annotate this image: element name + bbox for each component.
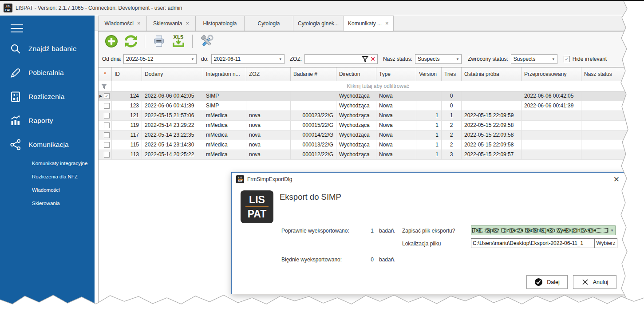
column-header-integration-n[interactable]: Integration n...	[203, 67, 246, 81]
tab-cytologia[interactable]: Cytologia	[245, 16, 293, 31]
tab-skierowania[interactable]: Skierowania×	[147, 16, 196, 31]
column-header-dodany[interactable]: Dodany	[142, 67, 203, 81]
row-selector-cell[interactable]	[99, 121, 112, 130]
row-checkbox[interactable]	[104, 103, 110, 109]
table-cell: nova	[246, 121, 291, 130]
tab-histopatologia[interactable]: Histopatologia	[196, 16, 245, 31]
tab-close-icon[interactable]: ×	[186, 20, 189, 26]
tools-icon[interactable]	[199, 34, 214, 49]
row-checkbox[interactable]	[104, 132, 110, 138]
zwrocony-status-combo[interactable]: Suspects ▾	[511, 54, 557, 64]
chevron-down-icon[interactable]: ▾	[189, 57, 196, 61]
column-header-direction[interactable]: Direction	[336, 67, 376, 81]
share-icon	[10, 139, 21, 150]
table-row[interactable]: 1192022-05-14 23:29:22mMedicanova000015/…	[99, 121, 644, 130]
row-selector-cell[interactable]	[99, 101, 112, 111]
column-header-badanie[interactable]: Badanie #	[291, 67, 336, 81]
tab-wiadomości[interactable]: Wiadomości×	[98, 16, 147, 31]
row-checkbox[interactable]: ✓	[104, 93, 110, 99]
date-from-combo[interactable]: 2022-05-12 ▾	[123, 54, 197, 64]
table-cell: Wychodząca	[336, 101, 376, 111]
calculator-icon	[10, 91, 21, 103]
table-row[interactable]: 1152022-05-14 23:14:30mMedicanova000013/…	[99, 140, 644, 150]
add-icon[interactable]	[104, 34, 119, 49]
chevron-down-icon[interactable]: ▾	[454, 57, 461, 61]
print-icon[interactable]	[151, 34, 166, 49]
row-checkbox[interactable]	[104, 122, 110, 128]
tab-close-icon[interactable]: ×	[137, 20, 141, 26]
nasz-status-combo[interactable]: Suspects ▾	[415, 54, 462, 64]
table-cell: 121	[112, 111, 142, 120]
table-cell	[462, 91, 522, 101]
row-checkbox[interactable]	[104, 113, 110, 118]
tab-komunikaty[interactable]: Komunikaty ...×	[344, 16, 394, 31]
table-row[interactable]: 1132022-05-14 20:25:22mMedicanova000012/…	[99, 150, 644, 160]
window-titlebar: LIS PAT LISPAT - Version: 2.1.7.1065 - C…	[0, 1, 644, 15]
column-header-ostatnia-próba[interactable]: Ostatnia próba	[462, 67, 522, 81]
sidebar-item-raporty[interactable]: Raporty	[0, 109, 95, 133]
table-row[interactable]: 1212022-05-15 21:57:06mMedicanova000023/…	[99, 111, 644, 121]
browse-button[interactable]: Wybierz	[594, 238, 617, 248]
row-checkbox[interactable]	[104, 142, 110, 148]
sidebar-item-rozliczenia[interactable]: Rozliczenia	[0, 85, 95, 109]
column-header-nasz-status[interactable]: Nasz status	[581, 67, 644, 81]
row-selector-cell[interactable]	[99, 140, 112, 150]
sidebar-subitem-wiadomości[interactable]: Wiadomości	[0, 183, 95, 197]
close-icon[interactable]: ✕	[612, 175, 621, 184]
sidebar-item-komunikacja[interactable]: Komunikacja	[0, 133, 95, 157]
date-to-combo[interactable]: 2022-06-11 ▾	[211, 54, 284, 64]
tab-close-icon[interactable]: ×	[385, 20, 389, 26]
column-header-[interactable]: *	[99, 67, 112, 81]
filter-hint[interactable]: Kliknij tutaj aby odfiltrować	[112, 81, 644, 91]
hamburger-menu-icon[interactable]	[11, 24, 23, 32]
row-indicator-icon: ▶	[99, 91, 103, 101]
sidebar-item-label: Raporty	[28, 117, 53, 125]
sidebar-subitem-rozliczenia-dla-nfz[interactable]: Rozliczenia dla NFZ	[0, 170, 95, 183]
row-checkbox[interactable]	[104, 152, 110, 158]
row-selector-cell[interactable]	[99, 111, 112, 120]
sidebar-subitem-skierowania[interactable]: Skierowania	[0, 197, 95, 210]
check-icon	[534, 278, 543, 286]
column-header-tries[interactable]: Tries	[442, 67, 462, 81]
table-cell: 117	[112, 130, 142, 140]
cancel-button[interactable]: Anuluj	[573, 275, 616, 289]
row-selector-cell[interactable]: ▶✓	[99, 91, 112, 101]
refresh-icon[interactable]	[123, 34, 138, 49]
tab-label: Cytologia	[257, 20, 280, 27]
hide-irrelevant-checkbox[interactable]: ✓	[564, 56, 570, 62]
column-header-version[interactable]: Version	[416, 67, 442, 81]
zoz-filter-input[interactable]: ✕	[304, 54, 378, 64]
sidebar-item-znajdź-badanie[interactable]: Znajdź badanie	[0, 37, 95, 61]
filter-funnel-cell[interactable]	[99, 81, 112, 91]
zoz-label: ZOZ:	[290, 56, 302, 62]
chevron-down-icon[interactable]: ▾	[608, 228, 615, 233]
column-header-przeprocesowany[interactable]: Przeprocesowany	[522, 67, 581, 81]
sidebar-item-pobieralnia[interactable]: Pobieralnia	[0, 61, 95, 85]
save-option-combo[interactable]: Tak, zapisz i oznacza badania jako wyeks…	[471, 225, 616, 235]
table-cell	[581, 150, 644, 159]
table-cell: Nowa	[376, 101, 416, 111]
table-cell: Wychodząca	[336, 111, 376, 120]
table-cell: 123	[112, 101, 142, 111]
xls-export-icon[interactable]: XLS	[171, 34, 186, 49]
tab-cytologia-ginek[interactable]: Cytologia ginek...	[293, 16, 344, 31]
toolbar-separator	[145, 35, 145, 48]
table-row[interactable]: 1172022-05-14 23:22:35mMedicanova000014/…	[99, 130, 644, 140]
next-button[interactable]: Dalej	[526, 275, 568, 289]
table-cell: Wychodząca	[336, 150, 376, 159]
column-header-type[interactable]: Type	[376, 67, 416, 81]
date-from-value: 2022-05-12	[124, 56, 189, 62]
column-header-id[interactable]: ID	[112, 67, 142, 81]
chevron-down-icon[interactable]: ▾	[277, 57, 284, 61]
sidebar-subitem-komunikaty-integracyjne[interactable]: Komunikaty integracyjne	[0, 157, 95, 170]
clear-filter-icon[interactable]: ✕	[370, 56, 375, 62]
table-cell: 0	[442, 91, 462, 101]
table-row[interactable]: ▶✓1242022-06-06 00:42:05SIMPWychodzącaNo…	[99, 91, 644, 101]
chevron-down-icon[interactable]: ▾	[550, 57, 557, 61]
row-selector-cell[interactable]	[99, 150, 112, 159]
table-row[interactable]: 1232022-06-06 00:41:39SIMPWychodzącaNowa…	[99, 101, 644, 111]
column-header-zoz[interactable]: ZOZ	[246, 67, 291, 81]
file-path-input[interactable]: C:\Users\mariu\Desktop\Eksport-2022-06-1…	[471, 238, 594, 248]
row-selector-cell[interactable]	[99, 130, 112, 140]
funnel-icon[interactable]	[362, 56, 368, 63]
